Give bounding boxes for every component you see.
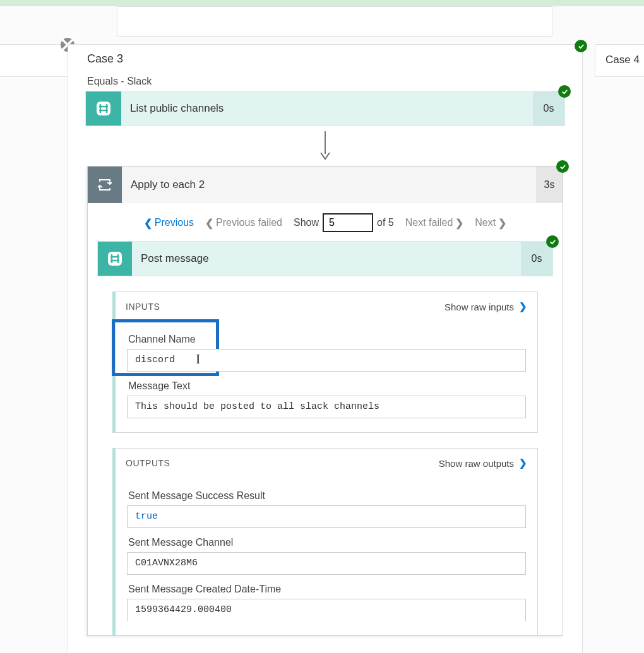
chevron-left-icon: ❮ xyxy=(205,217,213,229)
next-failed-button[interactable]: Next failed ❯ xyxy=(405,217,464,229)
text-cursor-icon: I xyxy=(196,351,200,367)
show-iteration-group: Show of 5 xyxy=(294,213,394,232)
sent-channel-label: Sent Message Channel xyxy=(128,537,526,548)
case2-card-partial[interactable] xyxy=(0,44,69,77)
chevron-right-icon: ❯ xyxy=(519,301,527,312)
slack-icon xyxy=(86,91,121,126)
case4-title: Case 4 xyxy=(605,54,640,66)
show-label: Show xyxy=(294,217,319,228)
list-channels-title: List public channels xyxy=(121,91,533,126)
sent-channel-value[interactable]: C01AVNX28M6 xyxy=(127,552,526,575)
previous-failed-label: Previous failed xyxy=(216,217,282,228)
check-icon xyxy=(558,85,571,98)
svg-rect-0 xyxy=(97,102,110,115)
apply-to-each-title: Apply to each 2 xyxy=(122,167,536,203)
flow-arrow-icon xyxy=(68,131,582,162)
list-channels-duration: 0s xyxy=(533,91,564,126)
post-message-action[interactable]: Post message 0s xyxy=(97,241,553,276)
next-button[interactable]: Next ❯ xyxy=(475,217,506,229)
show-iteration-input[interactable] xyxy=(323,213,373,232)
apply-to-each-header[interactable]: Apply to each 2 3s xyxy=(88,167,563,203)
post-message-duration: 0s xyxy=(521,242,552,276)
of-label: of 5 xyxy=(377,217,394,228)
success-result-value[interactable]: true xyxy=(127,505,526,528)
post-message-title: Post message xyxy=(132,242,521,276)
created-datetime-value[interactable]: 1599364429.000400 xyxy=(127,599,526,621)
previous-label: Previous xyxy=(155,217,194,228)
apply-to-each-duration: 3s xyxy=(536,167,563,203)
inputs-section: INPUTS Show raw inputs ❯ Channel Name di… xyxy=(112,291,538,433)
message-text-label: Message Text xyxy=(128,380,526,392)
show-raw-outputs-button[interactable]: Show raw outputs ❯ xyxy=(439,457,527,469)
show-raw-inputs-button[interactable]: Show raw inputs ❯ xyxy=(444,301,527,312)
next-failed-label: Next failed xyxy=(405,217,453,228)
list-channels-action[interactable]: List public channels 0s xyxy=(85,91,565,126)
upper-card-placeholder xyxy=(117,6,552,37)
channel-name-label: Channel Name xyxy=(128,334,526,345)
outputs-label: OUTPUTS xyxy=(126,458,170,468)
chevron-right-icon: ❯ xyxy=(455,217,463,229)
case4-card[interactable]: Case 4 xyxy=(595,44,644,77)
created-datetime-label: Sent Message Created Date-Time xyxy=(128,584,526,595)
previous-button[interactable]: ❮ Previous xyxy=(144,217,194,229)
message-text-value[interactable]: This should be posted to all slack chann… xyxy=(127,396,526,418)
check-icon xyxy=(575,40,587,52)
chevron-right-icon: ❯ xyxy=(498,217,506,229)
channel-name-value[interactable]: discord I xyxy=(127,349,526,372)
chevron-right-icon: ❯ xyxy=(519,457,527,469)
svg-rect-2 xyxy=(108,252,122,266)
flow-canvas: Case 4 Case 3 Equals - Slack List public… xyxy=(0,6,644,653)
check-icon xyxy=(556,160,569,173)
check-icon xyxy=(546,235,559,248)
outputs-section: OUTPUTS Show raw outputs ❯ Sent Message … xyxy=(112,448,538,635)
case3-card: Case 3 Equals - Slack List public channe… xyxy=(68,44,583,653)
case3-title: Case 3 xyxy=(68,45,582,76)
slack-icon xyxy=(98,242,132,276)
previous-failed-button[interactable]: ❮ Previous failed xyxy=(205,217,282,229)
next-label: Next xyxy=(475,217,496,228)
chevron-left-icon: ❮ xyxy=(144,217,152,229)
loop-icon xyxy=(88,167,122,203)
iteration-pager: ❮ Previous ❮ Previous failed Show of 5 N… xyxy=(88,203,563,241)
inputs-label: INPUTS xyxy=(126,302,160,312)
show-raw-inputs-label: Show raw inputs xyxy=(444,302,514,312)
top-banner xyxy=(0,0,644,6)
apply-to-each-container: Apply to each 2 3s ❮ Previous ❮ Previous… xyxy=(87,166,563,636)
case3-subtitle: Equals - Slack xyxy=(68,76,582,91)
success-result-label: Sent Message Success Result xyxy=(128,490,526,502)
show-raw-outputs-label: Show raw outputs xyxy=(439,458,514,469)
